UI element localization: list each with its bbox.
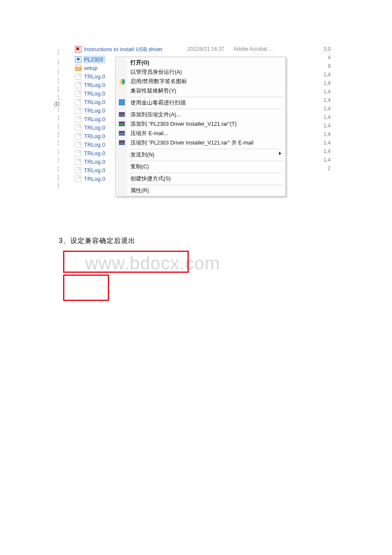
sizes-column: 3,0491,41,41,41,41,41,41,41,41,41,41,42 bbox=[320, 45, 331, 173]
context-menu-item[interactable]: 打开(O) bbox=[117, 58, 285, 67]
file-row[interactable]: TRLog.0 bbox=[75, 140, 105, 149]
context-menu-item[interactable]: 压缩到 "PL2303 Driver Installer_V121.rar" 并… bbox=[117, 138, 285, 147]
generic-file-icon bbox=[75, 150, 81, 156]
context-menu-item[interactable]: 复制(C) bbox=[117, 162, 285, 171]
file-size: 3,0 bbox=[320, 45, 331, 53]
context-menu-item[interactable]: 兼容性疑难解答(Y) bbox=[117, 86, 285, 95]
file-row[interactable]: TRLog.0 bbox=[75, 174, 105, 183]
file-label: setup bbox=[84, 65, 98, 71]
explorer-screenshot: (D Instructions to install USB driver 20… bbox=[55, 45, 293, 205]
generic-file-icon bbox=[75, 107, 81, 114]
context-menu-item-label: 启用/禁用数字签名图标 bbox=[130, 78, 187, 84]
file-size: 9 bbox=[320, 62, 331, 70]
context-menu-item-label: 兼容性疑难解答(Y) bbox=[130, 88, 176, 94]
file-size: 2 bbox=[320, 164, 331, 173]
pdf-icon bbox=[75, 46, 81, 52]
context-menu-item-label: 以管理员身份运行(A) bbox=[130, 69, 182, 75]
file-label: TRLog.0 bbox=[84, 82, 105, 88]
context-menu-item-label: 发送到(N) bbox=[130, 152, 154, 158]
file-size: 1,4 bbox=[320, 113, 331, 121]
file-row[interactable]: TRLog.0 bbox=[75, 81, 105, 89]
context-menu: 打开(O)以管理员身份运行(A)启用/禁用数字签名图标兼容性疑难解答(Y)使用金… bbox=[115, 57, 286, 197]
file-label: TRLog.0 bbox=[84, 107, 105, 114]
generic-file-icon bbox=[75, 82, 81, 88]
file-row[interactable]: TRLog.0 bbox=[75, 115, 105, 123]
context-menu-item-label: 添加到 "PL2303 Driver Installer_V121.rar"(T… bbox=[130, 121, 236, 127]
context-menu-item[interactable]: 属性(R) bbox=[117, 186, 285, 195]
generic-file-icon bbox=[75, 73, 81, 80]
submenu-arrow-icon bbox=[279, 152, 281, 155]
file-size: 1,4 bbox=[320, 104, 331, 113]
file-row[interactable]: TRLog.0 bbox=[75, 98, 105, 106]
file-app: Adobe Acrobat ... bbox=[233, 46, 273, 52]
file-size: 4 bbox=[320, 53, 331, 62]
context-menu-item[interactable]: 使用金山毒霸进行扫描 bbox=[117, 98, 285, 107]
file-row[interactable]: TRLog.0 bbox=[75, 106, 105, 115]
file-list-area: Instructions to install USB driver 2012/… bbox=[71, 45, 331, 202]
file-label: TRLog.0 bbox=[84, 116, 105, 122]
file-size: 1,4 bbox=[320, 96, 331, 104]
context-menu-item[interactable]: 创建快捷方式(S) bbox=[117, 174, 285, 183]
generic-file-icon bbox=[75, 124, 81, 131]
context-menu-item[interactable]: 添加到压缩文件(A)... bbox=[117, 110, 285, 119]
generic-file-icon bbox=[75, 167, 81, 173]
generic-file-icon bbox=[75, 133, 81, 139]
file-row[interactable]: TRLog.0 bbox=[75, 149, 105, 157]
red-highlight-2 bbox=[63, 275, 109, 301]
file-size: 1,4 bbox=[320, 130, 331, 139]
file-size: 1,4 bbox=[320, 121, 331, 130]
file-label: TRLog.0 bbox=[84, 142, 105, 148]
file-label: PL2303 bbox=[84, 56, 105, 63]
context-menu-item[interactable]: 压缩并 E-mail... bbox=[117, 129, 285, 138]
file-label: TRLog.0 bbox=[84, 167, 105, 173]
file-size: 1,4 bbox=[320, 147, 331, 156]
file-label: TRLog.0 bbox=[84, 124, 105, 131]
file-row[interactable]: TRLog.0 bbox=[75, 72, 105, 81]
generic-file-icon bbox=[75, 116, 81, 122]
file-row[interactable]: TRLog.0 bbox=[75, 123, 105, 132]
file-label: TRLog.0 bbox=[84, 133, 105, 139]
file-row[interactable]: setup bbox=[75, 64, 105, 72]
file-row-header[interactable]: Instructions to install USB driver 2012/… bbox=[71, 45, 331, 53]
context-menu-item[interactable]: 添加到 "PL2303 Driver Installer_V121.rar"(T… bbox=[117, 119, 285, 129]
archive-icon bbox=[119, 130, 126, 137]
context-menu-item-label: 添加到压缩文件(A)... bbox=[130, 112, 181, 118]
file-size: 1,4 bbox=[320, 156, 331, 164]
file-row[interactable]: PL2303 bbox=[75, 55, 105, 64]
context-menu-item[interactable]: 发送到(N) bbox=[117, 150, 285, 159]
file-size: 1,4 bbox=[320, 79, 331, 87]
context-menu-item-label: 压缩并 E-mail... bbox=[130, 130, 168, 136]
context-menu-item-label: 复制(C) bbox=[130, 164, 149, 170]
file-label: TRLog.0 bbox=[84, 150, 105, 156]
file-label: TRLog.0 bbox=[84, 90, 105, 97]
step-3-text: 3、设定兼容确定后退出 bbox=[59, 237, 135, 246]
file-size: 1,4 bbox=[320, 139, 331, 147]
file-label: TRLog.0 bbox=[84, 159, 105, 165]
left-guides bbox=[55, 45, 71, 205]
file-row[interactable]: TRLog.0 bbox=[75, 157, 105, 166]
file-row[interactable]: TRLog.0 bbox=[75, 166, 105, 174]
context-menu-item[interactable]: 以管理员身份运行(A) bbox=[117, 67, 285, 77]
file-list: PL2303setupTRLog.0TRLog.0TRLog.0TRLog.0T… bbox=[75, 55, 105, 183]
file-label: TRLog.0 bbox=[84, 73, 105, 80]
installer-file-icon bbox=[75, 56, 81, 63]
file-date: 2012/8/21 16:37 bbox=[187, 46, 224, 52]
file-row[interactable]: TRLog.0 bbox=[75, 89, 105, 98]
jinshan-icon bbox=[119, 99, 126, 106]
archive-icon bbox=[119, 121, 126, 127]
generic-file-icon bbox=[75, 176, 81, 182]
archive-icon bbox=[119, 139, 126, 146]
file-size: 1,4 bbox=[320, 87, 331, 96]
generic-file-icon bbox=[75, 99, 81, 105]
archive-icon bbox=[119, 111, 126, 118]
setup-file-icon bbox=[75, 65, 81, 71]
generic-file-icon bbox=[75, 90, 81, 97]
file-label: TRLog.0 bbox=[84, 176, 105, 182]
file-row[interactable]: TRLog.0 bbox=[75, 132, 105, 140]
file-size: 1,4 bbox=[320, 70, 331, 79]
red-highlight-1 bbox=[63, 251, 189, 273]
context-menu-item[interactable]: 启用/禁用数字签名图标 bbox=[117, 77, 285, 86]
generic-file-icon bbox=[75, 142, 81, 148]
context-menu-item-label: 创建快捷方式(S) bbox=[130, 176, 171, 182]
file-label: TRLog.0 bbox=[84, 99, 105, 105]
